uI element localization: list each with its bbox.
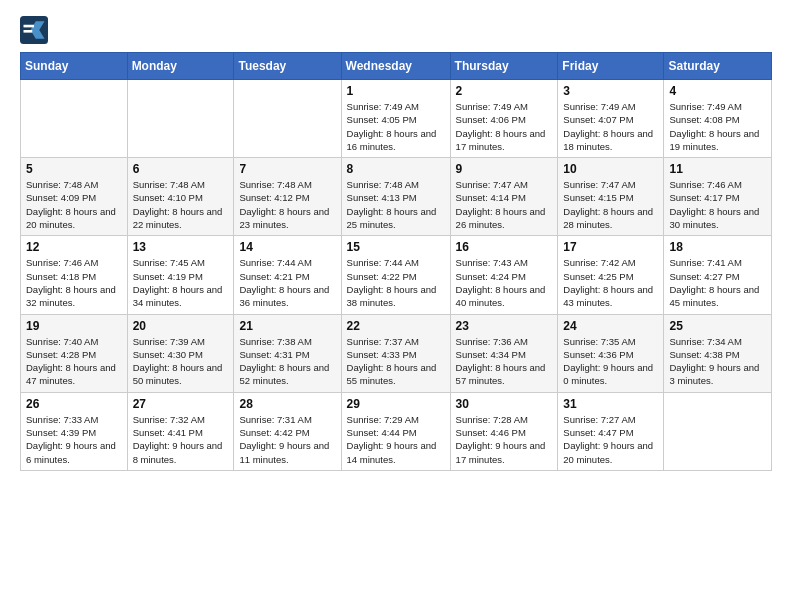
day-number: 19: [26, 319, 122, 333]
day-info: Sunrise: 7:42 AM Sunset: 4:25 PM Dayligh…: [563, 256, 658, 309]
calendar-week-row: 1Sunrise: 7:49 AM Sunset: 4:05 PM Daylig…: [21, 80, 772, 158]
logo-icon: [20, 16, 48, 44]
day-info: Sunrise: 7:47 AM Sunset: 4:15 PM Dayligh…: [563, 178, 658, 231]
day-info: Sunrise: 7:29 AM Sunset: 4:44 PM Dayligh…: [347, 413, 445, 466]
weekday-header: Sunday: [21, 53, 128, 80]
day-number: 8: [347, 162, 445, 176]
calendar-cell: 17Sunrise: 7:42 AM Sunset: 4:25 PM Dayli…: [558, 236, 664, 314]
day-info: Sunrise: 7:49 AM Sunset: 4:07 PM Dayligh…: [563, 100, 658, 153]
day-info: Sunrise: 7:40 AM Sunset: 4:28 PM Dayligh…: [26, 335, 122, 388]
day-number: 3: [563, 84, 658, 98]
weekday-header: Wednesday: [341, 53, 450, 80]
day-number: 20: [133, 319, 229, 333]
day-number: 27: [133, 397, 229, 411]
calendar-header-row: SundayMondayTuesdayWednesdayThursdayFrid…: [21, 53, 772, 80]
day-number: 28: [239, 397, 335, 411]
day-number: 9: [456, 162, 553, 176]
calendar-cell: 18Sunrise: 7:41 AM Sunset: 4:27 PM Dayli…: [664, 236, 772, 314]
day-info: Sunrise: 7:46 AM Sunset: 4:17 PM Dayligh…: [669, 178, 766, 231]
day-info: Sunrise: 7:44 AM Sunset: 4:22 PM Dayligh…: [347, 256, 445, 309]
day-info: Sunrise: 7:35 AM Sunset: 4:36 PM Dayligh…: [563, 335, 658, 388]
calendar-cell: 12Sunrise: 7:46 AM Sunset: 4:18 PM Dayli…: [21, 236, 128, 314]
calendar-cell: 7Sunrise: 7:48 AM Sunset: 4:12 PM Daylig…: [234, 158, 341, 236]
day-number: 7: [239, 162, 335, 176]
day-info: Sunrise: 7:49 AM Sunset: 4:06 PM Dayligh…: [456, 100, 553, 153]
day-number: 31: [563, 397, 658, 411]
calendar-cell: [234, 80, 341, 158]
day-info: Sunrise: 7:39 AM Sunset: 4:30 PM Dayligh…: [133, 335, 229, 388]
calendar-cell: 23Sunrise: 7:36 AM Sunset: 4:34 PM Dayli…: [450, 314, 558, 392]
day-info: Sunrise: 7:46 AM Sunset: 4:18 PM Dayligh…: [26, 256, 122, 309]
day-info: Sunrise: 7:49 AM Sunset: 4:05 PM Dayligh…: [347, 100, 445, 153]
day-number: 10: [563, 162, 658, 176]
day-number: 25: [669, 319, 766, 333]
day-number: 6: [133, 162, 229, 176]
day-info: Sunrise: 7:48 AM Sunset: 4:10 PM Dayligh…: [133, 178, 229, 231]
logo: [20, 16, 52, 44]
day-info: Sunrise: 7:32 AM Sunset: 4:41 PM Dayligh…: [133, 413, 229, 466]
day-info: Sunrise: 7:31 AM Sunset: 4:42 PM Dayligh…: [239, 413, 335, 466]
day-number: 15: [347, 240, 445, 254]
day-info: Sunrise: 7:48 AM Sunset: 4:09 PM Dayligh…: [26, 178, 122, 231]
weekday-header: Monday: [127, 53, 234, 80]
calendar-cell: 24Sunrise: 7:35 AM Sunset: 4:36 PM Dayli…: [558, 314, 664, 392]
day-number: 1: [347, 84, 445, 98]
day-info: Sunrise: 7:33 AM Sunset: 4:39 PM Dayligh…: [26, 413, 122, 466]
calendar-cell: 19Sunrise: 7:40 AM Sunset: 4:28 PM Dayli…: [21, 314, 128, 392]
day-number: 16: [456, 240, 553, 254]
calendar-week-row: 12Sunrise: 7:46 AM Sunset: 4:18 PM Dayli…: [21, 236, 772, 314]
day-number: 24: [563, 319, 658, 333]
day-info: Sunrise: 7:49 AM Sunset: 4:08 PM Dayligh…: [669, 100, 766, 153]
weekday-header: Saturday: [664, 53, 772, 80]
calendar-cell: [127, 80, 234, 158]
calendar-cell: 3Sunrise: 7:49 AM Sunset: 4:07 PM Daylig…: [558, 80, 664, 158]
weekday-header: Thursday: [450, 53, 558, 80]
day-number: 11: [669, 162, 766, 176]
day-number: 30: [456, 397, 553, 411]
day-number: 4: [669, 84, 766, 98]
day-info: Sunrise: 7:43 AM Sunset: 4:24 PM Dayligh…: [456, 256, 553, 309]
day-number: 2: [456, 84, 553, 98]
day-number: 14: [239, 240, 335, 254]
calendar-cell: 13Sunrise: 7:45 AM Sunset: 4:19 PM Dayli…: [127, 236, 234, 314]
calendar-cell: 8Sunrise: 7:48 AM Sunset: 4:13 PM Daylig…: [341, 158, 450, 236]
day-number: 13: [133, 240, 229, 254]
day-info: Sunrise: 7:36 AM Sunset: 4:34 PM Dayligh…: [456, 335, 553, 388]
day-number: 22: [347, 319, 445, 333]
calendar-cell: 30Sunrise: 7:28 AM Sunset: 4:46 PM Dayli…: [450, 392, 558, 470]
calendar-cell: 28Sunrise: 7:31 AM Sunset: 4:42 PM Dayli…: [234, 392, 341, 470]
day-number: 26: [26, 397, 122, 411]
day-number: 18: [669, 240, 766, 254]
calendar-week-row: 19Sunrise: 7:40 AM Sunset: 4:28 PM Dayli…: [21, 314, 772, 392]
svg-rect-3: [24, 30, 33, 33]
calendar-cell: 9Sunrise: 7:47 AM Sunset: 4:14 PM Daylig…: [450, 158, 558, 236]
day-info: Sunrise: 7:47 AM Sunset: 4:14 PM Dayligh…: [456, 178, 553, 231]
calendar-cell: [664, 392, 772, 470]
calendar-cell: 4Sunrise: 7:49 AM Sunset: 4:08 PM Daylig…: [664, 80, 772, 158]
calendar-cell: 31Sunrise: 7:27 AM Sunset: 4:47 PM Dayli…: [558, 392, 664, 470]
calendar-cell: 15Sunrise: 7:44 AM Sunset: 4:22 PM Dayli…: [341, 236, 450, 314]
calendar-cell: 26Sunrise: 7:33 AM Sunset: 4:39 PM Dayli…: [21, 392, 128, 470]
calendar-cell: 5Sunrise: 7:48 AM Sunset: 4:09 PM Daylig…: [21, 158, 128, 236]
calendar-cell: 2Sunrise: 7:49 AM Sunset: 4:06 PM Daylig…: [450, 80, 558, 158]
day-info: Sunrise: 7:48 AM Sunset: 4:12 PM Dayligh…: [239, 178, 335, 231]
calendar-cell: 6Sunrise: 7:48 AM Sunset: 4:10 PM Daylig…: [127, 158, 234, 236]
calendar-cell: 10Sunrise: 7:47 AM Sunset: 4:15 PM Dayli…: [558, 158, 664, 236]
main-container: SundayMondayTuesdayWednesdayThursdayFrid…: [0, 0, 792, 481]
header: [20, 16, 772, 44]
calendar-cell: 25Sunrise: 7:34 AM Sunset: 4:38 PM Dayli…: [664, 314, 772, 392]
calendar-cell: 1Sunrise: 7:49 AM Sunset: 4:05 PM Daylig…: [341, 80, 450, 158]
calendar-cell: 29Sunrise: 7:29 AM Sunset: 4:44 PM Dayli…: [341, 392, 450, 470]
day-info: Sunrise: 7:27 AM Sunset: 4:47 PM Dayligh…: [563, 413, 658, 466]
calendar-week-row: 5Sunrise: 7:48 AM Sunset: 4:09 PM Daylig…: [21, 158, 772, 236]
day-number: 5: [26, 162, 122, 176]
calendar-cell: 22Sunrise: 7:37 AM Sunset: 4:33 PM Dayli…: [341, 314, 450, 392]
day-info: Sunrise: 7:34 AM Sunset: 4:38 PM Dayligh…: [669, 335, 766, 388]
calendar-cell: 14Sunrise: 7:44 AM Sunset: 4:21 PM Dayli…: [234, 236, 341, 314]
svg-rect-2: [24, 25, 35, 28]
calendar-cell: 20Sunrise: 7:39 AM Sunset: 4:30 PM Dayli…: [127, 314, 234, 392]
day-number: 29: [347, 397, 445, 411]
day-number: 12: [26, 240, 122, 254]
calendar-table: SundayMondayTuesdayWednesdayThursdayFrid…: [20, 52, 772, 471]
day-info: Sunrise: 7:37 AM Sunset: 4:33 PM Dayligh…: [347, 335, 445, 388]
